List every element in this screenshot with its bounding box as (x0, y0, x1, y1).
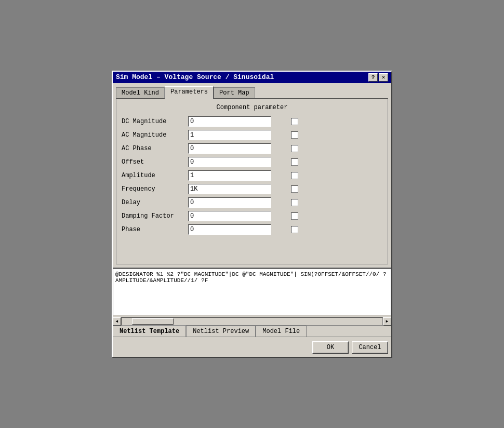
checkbox-ac-magnitude[interactable] (291, 131, 298, 139)
input-dc-magnitude[interactable] (188, 116, 271, 127)
label-delay: Delay (122, 199, 184, 206)
window-title: Sim Model – Voltage Source / Sinusoidal (116, 73, 274, 81)
lower-section: @DESIGNATOR %1 %2 ?"DC MAGNITUDE"|DC @"D… (113, 268, 391, 357)
scroll-right-button[interactable]: ► (383, 317, 391, 326)
label-ac-magnitude: AC Magnitude (122, 131, 184, 139)
param-row-frequency: Frequency (122, 184, 382, 194)
checkbox-offset[interactable] (291, 158, 298, 166)
window-body: Model Kind Parameters Port Map Component… (113, 83, 391, 268)
checkbox-ac-phase[interactable] (291, 145, 298, 152)
main-window: Sim Model – Voltage Source / Sinusoidal … (112, 71, 392, 358)
input-phase[interactable] (188, 224, 271, 235)
param-row-dc-magnitude: DC Magnitude (122, 116, 382, 127)
param-row-amplitude: Amplitude (122, 170, 382, 181)
title-bar-buttons: ? ✕ (368, 73, 388, 82)
label-offset: Offset (122, 158, 184, 166)
input-offset[interactable] (188, 157, 271, 167)
param-row-ac-magnitude: AC Magnitude (122, 130, 382, 140)
scrollbar-thumb[interactable] (132, 318, 174, 325)
bottom-tab-netlist-preview[interactable]: Netlist Preview (186, 326, 256, 337)
help-button[interactable]: ? (368, 73, 378, 82)
bottom-tab-netlist-template[interactable]: Netlist Template (113, 326, 186, 337)
checkbox-damping-factor[interactable] (291, 212, 298, 220)
scroll-left-button[interactable]: ◄ (113, 317, 121, 326)
checkbox-phase[interactable] (291, 226, 298, 233)
input-amplitude[interactable] (188, 170, 271, 181)
parameters-panel: Component parameter DC Magnitude AC Magn… (116, 98, 388, 264)
checkbox-delay[interactable] (291, 199, 298, 206)
input-delay[interactable] (188, 197, 271, 208)
param-row-delay: Delay (122, 197, 382, 208)
input-damping-factor[interactable] (188, 211, 271, 221)
param-row-damping-factor: Damping Factor (122, 211, 382, 221)
param-row-offset: Offset (122, 157, 382, 167)
tab-parameters[interactable]: Parameters (165, 86, 214, 99)
label-dc-magnitude: DC Magnitude (122, 118, 184, 125)
title-bar: Sim Model – Voltage Source / Sinusoidal … (113, 72, 391, 83)
param-row-phase: Phase (122, 224, 382, 235)
label-amplitude: Amplitude (122, 172, 184, 179)
label-phase: Phase (122, 226, 184, 233)
checkbox-dc-magnitude[interactable] (291, 118, 298, 125)
checkbox-frequency[interactable] (291, 185, 298, 193)
cancel-button[interactable]: Cancel (352, 341, 388, 354)
close-button[interactable]: ✕ (379, 73, 388, 82)
horizontal-scrollbar[interactable] (121, 317, 383, 326)
input-frequency[interactable] (188, 184, 271, 194)
netlist-template-area[interactable]: @DESIGNATOR %1 %2 ?"DC MAGNITUDE"|DC @"D… (113, 269, 391, 315)
param-row-ac-phase: AC Phase (122, 143, 382, 154)
checkbox-amplitude[interactable] (291, 172, 298, 179)
tab-model-kind[interactable]: Model Kind (116, 87, 165, 98)
label-ac-phase: AC Phase (122, 145, 184, 152)
label-damping-factor: Damping Factor (122, 212, 184, 220)
input-ac-phase[interactable] (188, 143, 271, 154)
label-frequency: Frequency (122, 185, 184, 193)
component-param-header: Component parameter (122, 104, 382, 111)
button-row: OK Cancel (113, 337, 391, 357)
bottom-tab-model-file[interactable]: Model File (256, 326, 307, 337)
scrollbar-area: ◄ ► (113, 317, 391, 326)
tab-bar: Model Kind Parameters Port Map (116, 86, 388, 98)
ok-button[interactable]: OK (312, 341, 349, 354)
tab-port-map[interactable]: Port Map (214, 87, 255, 98)
input-ac-magnitude[interactable] (188, 130, 271, 140)
bottom-tab-bar: Netlist Template Netlist Preview Model F… (113, 326, 391, 337)
